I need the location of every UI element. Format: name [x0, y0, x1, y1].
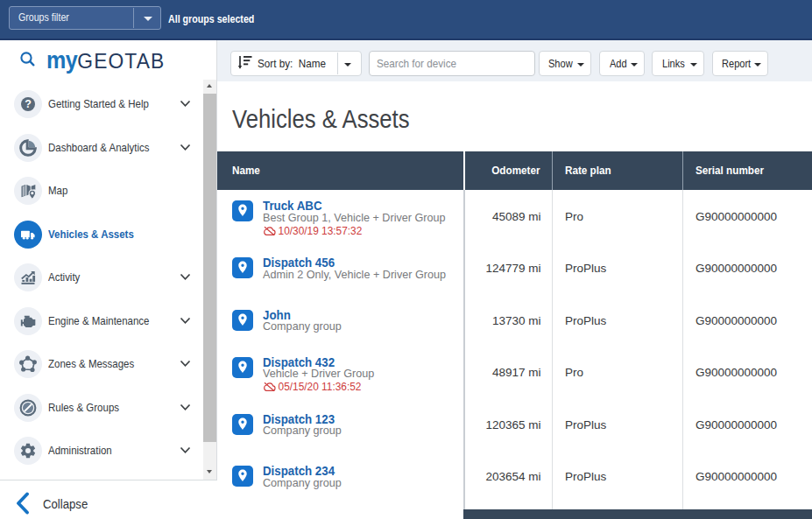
svg-text:?: ? [25, 98, 32, 110]
